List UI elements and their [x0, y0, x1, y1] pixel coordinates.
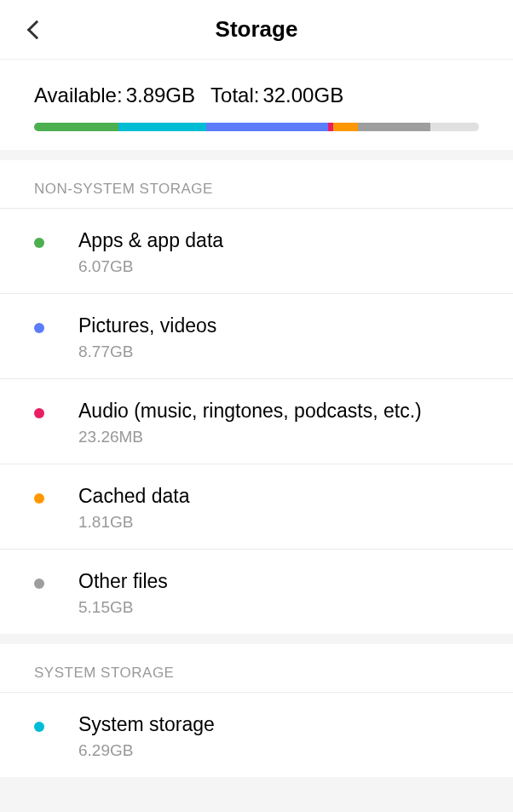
color-dot-icon [34, 722, 44, 732]
item-text: System storage6.29GB [78, 713, 479, 760]
divider [0, 634, 513, 644]
storage-item-audio[interactable]: Audio (music, ringtones, podcasts, etc.)… [0, 379, 513, 464]
storage-bar-segment [430, 123, 479, 131]
color-dot-icon [34, 323, 44, 333]
back-icon [27, 20, 47, 39]
back-button[interactable] [24, 17, 49, 43]
available-label: Available: [34, 84, 123, 107]
non-system-section-header: NON-SYSTEM STORAGE [0, 160, 513, 209]
header: Storage [0, 0, 513, 60]
storage-item-other-files[interactable]: Other files5.15GB [0, 550, 513, 634]
color-dot-icon [34, 579, 44, 589]
storage-bar-segment [333, 123, 358, 131]
storage-bar [34, 123, 479, 131]
system-section-header: SYSTEM STORAGE [0, 644, 513, 693]
item-label: System storage [78, 713, 479, 736]
item-text: Cached data1.81GB [78, 485, 479, 532]
storage-item-pictures-videos[interactable]: Pictures, videos8.77GB [0, 294, 513, 379]
item-size: 23.26MB [78, 428, 479, 446]
item-label: Apps & app data [78, 229, 479, 252]
item-label: Pictures, videos [78, 314, 479, 337]
storage-bar-segment [34, 123, 118, 131]
total-value: 32.00GB [262, 84, 343, 107]
divider [0, 777, 513, 787]
summary-text: Available:3.89GBTotal:32.00GB [34, 84, 479, 107]
item-label: Cached data [78, 485, 479, 508]
non-system-list: Apps & app data6.07GBPictures, videos8.7… [0, 209, 513, 634]
item-size: 8.77GB [78, 343, 479, 361]
item-size: 6.29GB [78, 741, 479, 760]
item-label: Audio (music, ringtones, podcasts, etc.) [78, 400, 479, 423]
storage-item-apps-app-data[interactable]: Apps & app data6.07GB [0, 209, 513, 294]
storage-item-system-storage[interactable]: System storage6.29GB [0, 693, 513, 777]
storage-summary: Available:3.89GBTotal:32.00GB [0, 60, 513, 150]
storage-bar-segment [118, 123, 206, 131]
item-size: 6.07GB [78, 257, 479, 276]
total-label: Total: [210, 84, 259, 107]
color-dot-icon [34, 238, 44, 248]
item-label: Other files [78, 570, 479, 593]
storage-bar-segment [206, 123, 328, 131]
item-size: 5.15GB [78, 598, 479, 617]
page-title: Storage [0, 16, 513, 43]
item-text: Pictures, videos8.77GB [78, 314, 479, 361]
item-size: 1.81GB [78, 513, 479, 532]
divider [0, 150, 513, 160]
available-value: 3.89GB [126, 84, 195, 107]
color-dot-icon [34, 493, 44, 504]
storage-bar-segment [358, 123, 429, 131]
item-text: Audio (music, ringtones, podcasts, etc.)… [78, 400, 479, 446]
item-text: Other files5.15GB [78, 570, 479, 617]
item-text: Apps & app data6.07GB [78, 229, 479, 276]
color-dot-icon [34, 408, 44, 418]
system-list: System storage6.29GB [0, 693, 513, 777]
storage-item-cached-data[interactable]: Cached data1.81GB [0, 464, 513, 550]
